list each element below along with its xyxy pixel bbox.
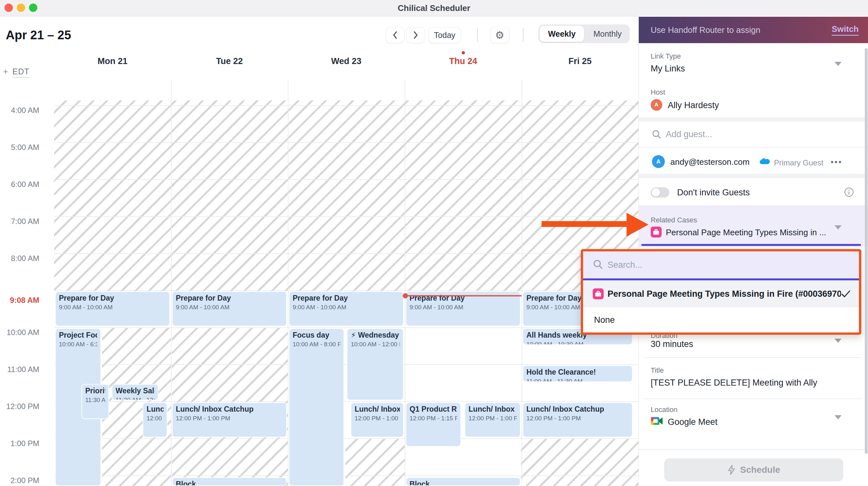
chevron-down-icon[interactable] — [835, 62, 842, 66]
dropdown-option-case[interactable]: Personal Page Meeting Types Missing in F… — [583, 280, 859, 307]
event-card[interactable]: Lunch/ Inbox Catchup12:00 PM - 1:00 PM — [143, 402, 167, 438]
meeting-title-label: Title — [651, 366, 664, 375]
event-card[interactable]: ⚡ Wednesday It10:00 AM - 12:00 PM — [347, 328, 404, 400]
info-icon[interactable] — [844, 187, 854, 199]
unavailable-region — [54, 100, 639, 291]
event-time: 12:00 PM - 1:15 PM — [409, 415, 457, 422]
event-title: Project Focus — [59, 331, 97, 339]
search-icon — [593, 259, 603, 271]
guest-role-badge: Primary Guest — [774, 158, 823, 167]
event-card[interactable]: Lunch/ Inbox Catchup12:00 PM - 1:00 PM — [465, 402, 521, 438]
chevron-down-icon[interactable] — [835, 338, 842, 343]
link-type-label: Link Type — [651, 52, 681, 61]
event-card[interactable]: Lunch/ Inbox Catchup12:00 PM - 1:00 PM — [523, 402, 633, 438]
event-card[interactable]: Prepare for Day9:00 AM - 10:00 AM — [55, 291, 170, 326]
chevron-down-icon[interactable] — [835, 415, 842, 419]
day-header-thu: Thu 24 — [405, 56, 522, 69]
tab-weekly[interactable]: Weekly — [539, 26, 584, 42]
event-title: Prepare for Day — [293, 294, 400, 302]
row-divider — [644, 398, 862, 399]
meeting-title-value[interactable]: [TEST PLEASE DELETE] Meeting with Ally — [651, 378, 817, 388]
event-title: Q1 Product Release — [409, 405, 457, 414]
time-label: 10:00 AM — [0, 328, 39, 337]
event-card[interactable]: Prepare for Day9:00 AM - 10:00 AM — [406, 291, 521, 326]
current-time-line — [405, 295, 522, 296]
guest-more-button[interactable]: ••• — [831, 157, 842, 167]
add-timezone-button[interactable]: + — [3, 67, 8, 76]
time-label: 2:00 PM — [0, 476, 39, 485]
time-label: 7:00 AM — [0, 217, 39, 226]
event-card[interactable]: Block — [172, 477, 287, 486]
view-toggle: Weekly Monthly — [538, 25, 630, 43]
event-card[interactable]: Lunch/ Inbox Catchup12:00 PM - 1:00 PM — [172, 402, 287, 438]
event-time: 10:00 AM - 8:00 PM — [293, 341, 340, 348]
google-meet-icon — [651, 416, 663, 427]
event-card[interactable]: Prioritiz11:30 AM — [82, 384, 110, 419]
dont-invite-toggle[interactable] — [651, 187, 669, 198]
event-title: Prepare for Day — [176, 294, 283, 302]
dropdown-search-row[interactable]: Search... — [583, 251, 859, 279]
time-label: 1:00 PM — [0, 439, 39, 448]
time-label: 8:00 AM — [0, 254, 39, 263]
related-cases-dropdown: Search... Personal Page Meeting Types Mi… — [581, 249, 861, 335]
current-time-dot — [403, 293, 408, 298]
schedule-button-label: Schedule — [740, 465, 780, 475]
day-column-divider — [405, 80, 405, 486]
event-title: Prioritiz — [85, 387, 105, 395]
today-button[interactable]: Today — [428, 27, 461, 43]
add-guest-input[interactable]: Add guest... — [666, 129, 712, 139]
event-card[interactable]: Weekly Sales11:30 AM - 12:00 — [112, 384, 158, 401]
check-icon — [841, 290, 850, 298]
handoff-router-text: Use Handoff Router to assign — [651, 25, 761, 35]
hour-gridline — [54, 142, 639, 143]
dropdown-option-label: None — [594, 315, 615, 325]
unavailable-region — [345, 439, 405, 486]
hour-gridline — [54, 105, 639, 106]
hour-gridline — [54, 439, 639, 439]
time-label: 6:00 AM — [0, 180, 39, 189]
event-card[interactable]: Prepare for Day9:00 AM - 10:00 AM — [172, 291, 287, 326]
chevron-left-icon — [392, 31, 398, 40]
dropdown-search-input[interactable]: Search... — [608, 260, 642, 270]
window-scrollbar[interactable] — [865, 48, 868, 454]
event-time: 12:00 PM - 1:00 PM — [354, 415, 400, 422]
event-card[interactable]: Focus day10:00 AM - 8:00 PM — [289, 328, 344, 486]
event-title: Block — [176, 480, 283, 486]
search-icon — [652, 129, 661, 140]
settings-button[interactable]: ⚙ — [490, 27, 509, 43]
location-value[interactable]: Google Meet — [668, 417, 718, 427]
event-time: 9:00 AM - 10:00 AM — [293, 304, 400, 311]
duration-value[interactable]: 30 minutes — [651, 339, 693, 349]
day-header-mon: Mon 21 — [54, 56, 171, 69]
row-divider — [644, 357, 862, 358]
event-card[interactable]: Block — [406, 477, 521, 486]
hour-gridline — [54, 253, 639, 254]
next-week-button[interactable] — [406, 27, 425, 43]
related-cases-field[interactable]: Related Cases Personal Page Meeting Type… — [639, 205, 868, 247]
event-card[interactable]: Lunch/ Inbox Catchup12:00 PM - 1:00 PM — [351, 402, 404, 438]
toggle-knob — [652, 188, 660, 197]
prev-week-button[interactable] — [386, 27, 404, 43]
dropdown-option-none[interactable]: None — [583, 307, 859, 332]
hour-gridline — [54, 327, 639, 328]
date-range-heading: Apr 21 – 25 — [6, 28, 71, 42]
event-card[interactable]: Hold the Clearance!11:00 AM - 11:30 AM — [523, 365, 633, 382]
handoff-router-banner: Use Handoff Router to assign Switch — [639, 17, 868, 43]
toolbar-divider — [477, 28, 478, 42]
tab-monthly[interactable]: Monthly — [585, 26, 630, 42]
link-type-value[interactable]: My Links — [651, 64, 685, 74]
guest-avatar: A — [652, 155, 665, 168]
schedule-button[interactable]: Schedule — [664, 458, 843, 482]
hour-gridline — [54, 401, 639, 402]
hour-gridline — [54, 290, 639, 291]
day-column-divider — [288, 80, 288, 486]
day-header-wed: Wed 23 — [288, 56, 405, 69]
event-card[interactable]: Prepare for Day9:00 AM - 10:00 AM — [289, 291, 404, 326]
timezone-corner: +EDT — [3, 67, 30, 76]
switch-link[interactable]: Switch — [832, 24, 859, 36]
event-time: 9:00 AM - 10:00 AM — [176, 304, 283, 311]
host-name: Ally Hardesty — [668, 100, 719, 110]
event-title: Lunch/ Inbox Catchup — [526, 405, 629, 414]
section-divider — [639, 174, 868, 178]
event-card[interactable]: Q1 Product Release12:00 PM - 1:15 PM — [406, 402, 461, 447]
